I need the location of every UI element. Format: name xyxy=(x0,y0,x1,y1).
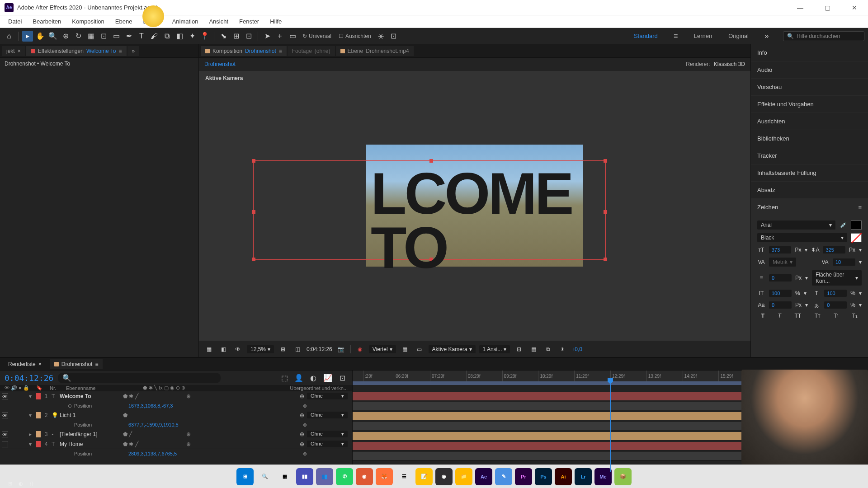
type-tool[interactable]: T xyxy=(136,31,147,42)
timeline-search[interactable]: 🔍 xyxy=(58,373,221,383)
tb-ps[interactable]: Ps xyxy=(535,468,552,485)
visibility-toggle[interactable]: 👁 xyxy=(2,412,8,418)
tl-blur-icon[interactable]: ◐ xyxy=(308,372,319,383)
eraser-tool[interactable]: ◧ xyxy=(174,31,185,42)
pickwhip-icon[interactable]: ⊚ xyxy=(300,431,304,437)
ebene-tab[interactable]: Ebene Drohnenshot.mp4 xyxy=(336,46,414,56)
menu-fenster[interactable]: Fenster xyxy=(235,16,264,27)
selection-tool[interactable]: ▸ xyxy=(22,31,33,42)
zoom-dropdown[interactable]: 12,5% ▾ xyxy=(247,345,274,353)
viewer-timecode[interactable]: 0:04:12:26 xyxy=(307,346,332,352)
tl-comp-tab[interactable]: Drohnenshot ≡ xyxy=(50,359,103,369)
vc-mask-icon[interactable]: 👁 xyxy=(232,344,243,355)
arrow-icon[interactable]: ➤ xyxy=(262,31,273,42)
comp-name[interactable]: Drohnenshot xyxy=(204,61,236,67)
fill-mode-dropdown[interactable]: Fläche über Kon...▾ xyxy=(812,270,862,286)
visibility-toggle[interactable]: 👁 xyxy=(2,431,8,437)
tb-teams[interactable]: 👥 xyxy=(316,468,333,485)
puppet-tool[interactable]: 📍 xyxy=(199,31,210,42)
tb-app1[interactable]: ☰ xyxy=(396,468,413,485)
tb-brave[interactable]: ◉ xyxy=(356,468,373,485)
prop-position-1[interactable]: ⊙ Position 1673,3,1068,8,-67,3 ⊚ xyxy=(0,401,352,410)
rp-bibliotheken[interactable]: Bibliotheken xyxy=(751,130,868,147)
tb-me[interactable]: Me xyxy=(594,468,612,485)
tb-lr[interactable]: Lr xyxy=(575,468,592,485)
parent-dropdown[interactable]: Ohne▾ xyxy=(307,393,348,399)
vc-region-icon[interactable]: ▭ xyxy=(414,344,425,355)
rotate-tool[interactable]: ↻ xyxy=(73,31,84,42)
tb-notes[interactable]: 📝 xyxy=(415,468,433,485)
menu-hilfe[interactable]: Hilfe xyxy=(265,16,286,27)
exposure-value[interactable]: +0,0 xyxy=(571,346,582,352)
subscript-button[interactable]: T₁ xyxy=(852,313,858,319)
parent-dropdown[interactable]: Ohne▾ xyxy=(307,441,348,447)
pan-behind-tool[interactable]: ⊡ xyxy=(98,31,109,42)
font-family-dropdown[interactable]: Arial▾ xyxy=(757,221,835,230)
stroke-color-swatch[interactable] xyxy=(851,233,862,242)
pickwhip-icon[interactable]: ⊚ xyxy=(300,393,304,399)
vc-exposure-icon[interactable]: ☀ xyxy=(557,344,568,355)
local-axis-icon[interactable]: ⬊ xyxy=(218,31,229,42)
menu-datei[interactable]: Datei xyxy=(4,16,26,27)
vc-3d-icon[interactable]: ⧉ xyxy=(542,344,553,355)
bold-button[interactable]: T xyxy=(761,313,764,319)
tl-render-tab[interactable]: Renderliste × xyxy=(4,359,46,369)
tb-ai[interactable]: Ai xyxy=(555,468,572,485)
roto-tool[interactable]: ✦ xyxy=(187,31,198,42)
fill-color-swatch[interactable] xyxy=(851,221,862,230)
tb-ae[interactable]: Ae xyxy=(475,468,492,485)
tb-app2[interactable]: 📦 xyxy=(614,468,632,485)
stroke-width-input[interactable]: 0 xyxy=(769,274,792,282)
tb-explorer[interactable]: 📁 xyxy=(455,468,472,485)
tracking-input[interactable]: 10 xyxy=(833,258,855,266)
brush-tool[interactable]: 🖌 xyxy=(149,31,160,42)
views-dropdown[interactable]: 1 Ansi... ▾ xyxy=(479,345,510,353)
rp-zeichen[interactable]: Zeichen≡ xyxy=(751,199,868,216)
tl-comp-icon[interactable]: ⬚ xyxy=(279,372,290,383)
hscale-input[interactable]: 100 xyxy=(824,290,847,297)
workspace-standard[interactable]: Standard xyxy=(630,31,661,42)
font-weight-dropdown[interactable]: Black▾ xyxy=(757,233,847,242)
parent-dropdown[interactable]: Ohne▾ xyxy=(307,412,348,418)
tb-obs[interactable]: ◉ xyxy=(435,468,453,485)
ausrichten-check[interactable]: ☐ Ausrichten xyxy=(339,33,371,39)
vc-transparency-icon[interactable]: ▦ xyxy=(400,344,410,355)
workspace-more-icon[interactable]: » xyxy=(761,31,772,42)
layer-color-swatch[interactable] xyxy=(36,441,41,447)
vc-magnify-icon[interactable]: ▦ xyxy=(203,344,214,355)
panel-more[interactable]: » xyxy=(127,46,140,56)
tb-widgets[interactable]: ▮▮ xyxy=(296,468,313,485)
baseline-input[interactable]: 0 xyxy=(769,301,792,309)
eyedropper-icon[interactable]: 💉 xyxy=(839,221,847,229)
layer-row-3[interactable]: 👁 ▸ 3 ▪ [Tiefenfänger 1] ⬟ ╱ ⊕ ⊚Ohne▾ xyxy=(0,429,352,439)
vc-channel-icon[interactable]: ◉ xyxy=(354,344,365,355)
zoom-tool[interactable]: 🔍 xyxy=(47,31,58,42)
footage-tab[interactable]: Footage (ohne) xyxy=(288,46,335,56)
tb-start[interactable]: ⊞ xyxy=(236,468,254,485)
tb-taskview[interactable]: ▦ xyxy=(276,468,293,485)
project-tab[interactable]: jekt × xyxy=(2,46,25,56)
allcaps-button[interactable]: TT xyxy=(794,313,801,319)
minimize-button[interactable]: — xyxy=(791,1,809,14)
layer-row-1[interactable]: 👁 ▾ 1 T Welcome To ⬟ ✱ ╱ ⊕ ⊚Ohne▾ xyxy=(0,391,352,401)
camera-dropdown[interactable]: Aktive Kamera ▾ xyxy=(429,345,476,353)
layer-color-swatch[interactable] xyxy=(36,412,41,418)
clone-tool[interactable]: ⧉ xyxy=(161,31,172,42)
menu-komposition[interactable]: Komposition xyxy=(67,16,109,27)
view-axis-icon[interactable]: ⊡ xyxy=(243,31,254,42)
vc-guide-icon[interactable]: ◫ xyxy=(292,344,303,355)
maximize-button[interactable]: ▢ xyxy=(818,1,836,14)
rp-effekte[interactable]: Effekte und Vorgaben xyxy=(751,96,868,113)
workspace-lernen[interactable]: Lernen xyxy=(690,31,716,42)
kerning-dropdown[interactable]: Metrik▾ xyxy=(769,258,796,267)
tl-shy-icon[interactable]: 👤 xyxy=(293,372,304,383)
vscale-input[interactable]: 100 xyxy=(769,290,792,297)
tb-editor[interactable]: ✎ xyxy=(495,468,512,485)
plus-icon[interactable]: + xyxy=(274,31,285,42)
leading-input[interactable]: 325 xyxy=(823,246,845,253)
rp-audio[interactable]: Audio xyxy=(751,61,868,79)
layer-color-swatch[interactable] xyxy=(36,393,41,399)
font-size-input[interactable]: 373 xyxy=(769,246,792,253)
rp-vorschau[interactable]: Vorschau xyxy=(751,79,868,96)
tb-firefox[interactable]: 🦊 xyxy=(376,468,393,485)
